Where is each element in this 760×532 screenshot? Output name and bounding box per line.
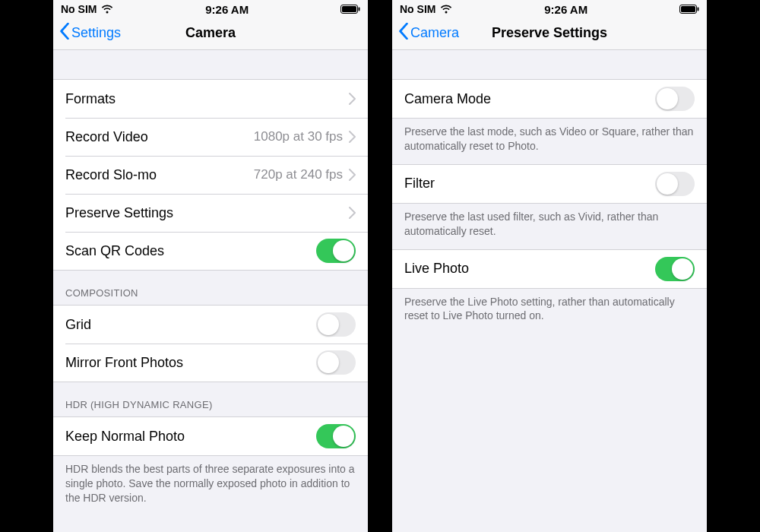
- footer-filter: Preserve the last used filter, such as V…: [392, 204, 707, 249]
- row-grid: Grid: [53, 306, 368, 344]
- footer-camera-mode: Preserve the last mode, such as Video or…: [392, 119, 707, 164]
- chevron-right-icon: [349, 169, 356, 181]
- camera-mode-toggle[interactable]: [655, 87, 695, 111]
- row-preserve-settings[interactable]: Preserve Settings: [53, 194, 368, 232]
- grid-toggle[interactable]: [316, 312, 356, 337]
- status-bar: No SIM 9:26 AM: [392, 0, 707, 17]
- row-mirror-front: Mirror Front Photos: [53, 344, 368, 382]
- row-record-video[interactable]: Record Video 1080p at 30 fps: [53, 118, 368, 156]
- chevron-left-icon: [398, 23, 409, 43]
- section-header-hdr: HDR (HIGH DYNAMIC RANGE): [53, 382, 368, 416]
- back-label: Camera: [410, 25, 459, 41]
- nav-header: Camera Preserve Settings: [392, 17, 707, 50]
- group-camera-mode: Camera Mode: [392, 79, 707, 119]
- group-composition: Grid Mirror Front Photos: [53, 305, 368, 382]
- carrier-text: No SIM: [400, 3, 435, 15]
- cell-label: Scan QR Codes: [65, 243, 316, 259]
- row-record-slomo[interactable]: Record Slo-mo 720p at 240 fps: [53, 156, 368, 194]
- row-filter: Filter: [392, 165, 707, 203]
- back-button[interactable]: Camera: [398, 23, 459, 43]
- footer-live-photo: Preserve the Live Photo setting, rather …: [392, 289, 707, 334]
- group-filter: Filter: [392, 164, 707, 204]
- row-camera-mode: Camera Mode: [392, 80, 707, 118]
- cell-label: Record Slo-mo: [65, 167, 254, 183]
- chevron-left-icon: [59, 23, 70, 43]
- wifi-icon: [101, 5, 113, 14]
- battery-icon: [679, 5, 699, 14]
- carrier-text: No SIM: [61, 3, 97, 15]
- scan-qr-toggle[interactable]: [316, 239, 356, 263]
- keep-normal-toggle[interactable]: [316, 424, 356, 448]
- wifi-icon: [440, 5, 452, 14]
- group-hdr: Keep Normal Photo: [53, 416, 368, 456]
- back-label: Settings: [71, 25, 121, 41]
- chevron-right-icon: [349, 207, 356, 219]
- svg-rect-1: [342, 6, 356, 12]
- section-header-composition: COMPOSITION: [53, 271, 368, 305]
- cell-value: 720p at 240 fps: [254, 167, 343, 182]
- section-footer-hdr: HDR blends the best parts of three separ…: [53, 456, 368, 516]
- back-button[interactable]: Settings: [59, 23, 121, 43]
- row-live-photo: Live Photo: [392, 250, 707, 288]
- cell-label: Mirror Front Photos: [65, 355, 316, 371]
- filter-toggle[interactable]: [655, 172, 695, 196]
- cell-label: Formats: [65, 91, 349, 107]
- cell-label: Grid: [65, 317, 316, 333]
- row-keep-normal-photo: Keep Normal Photo: [53, 417, 368, 455]
- cell-label: Keep Normal Photo: [65, 429, 316, 445]
- clock-text: 9:26 AM: [544, 3, 587, 16]
- left-screen: No SIM 9:26 AM Settings Camera Formats: [53, 0, 368, 532]
- mirror-front-toggle[interactable]: [316, 350, 356, 375]
- nav-header: Settings Camera: [53, 17, 368, 50]
- row-scan-qr: Scan QR Codes: [53, 232, 368, 270]
- settings-content: Camera Mode Preserve the last mode, such…: [392, 50, 707, 532]
- status-bar: No SIM 9:26 AM: [53, 0, 368, 17]
- cell-label: Preserve Settings: [65, 205, 349, 221]
- cell-label: Filter: [404, 176, 655, 192]
- chevron-right-icon: [349, 93, 356, 105]
- chevron-right-icon: [349, 131, 356, 143]
- group-main: Formats Record Video 1080p at 30 fps Rec…: [53, 79, 368, 271]
- cell-label: Camera Mode: [404, 91, 655, 107]
- svg-rect-4: [681, 6, 695, 12]
- svg-rect-2: [358, 8, 359, 11]
- clock-text: 9:26 AM: [205, 3, 249, 16]
- cell-label: Record Video: [65, 129, 254, 145]
- cell-value: 1080p at 30 fps: [254, 129, 343, 144]
- settings-content: Formats Record Video 1080p at 30 fps Rec…: [53, 50, 368, 532]
- live-photo-toggle[interactable]: [655, 257, 695, 281]
- right-screen: No SIM 9:26 AM Camera Preserve Settings …: [392, 0, 707, 532]
- row-formats[interactable]: Formats: [53, 80, 368, 118]
- svg-rect-5: [697, 8, 698, 11]
- group-live-photo: Live Photo: [392, 249, 707, 289]
- cell-label: Live Photo: [404, 261, 655, 277]
- battery-icon: [340, 5, 360, 14]
